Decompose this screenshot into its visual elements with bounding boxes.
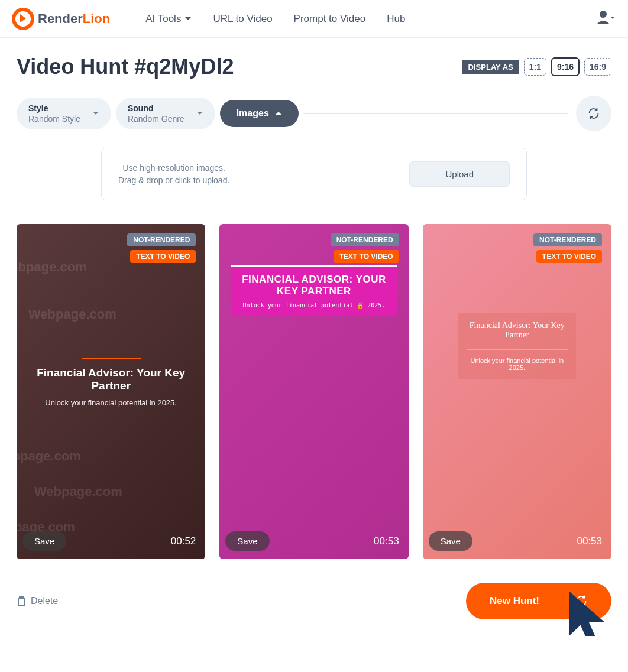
main: Video Hunt #q2MyDl2 DISPLAY AS 1:1 9:16 … [0, 38, 628, 636]
images-label: Images [237, 108, 269, 119]
logo[interactable]: RenderLion [12, 8, 110, 30]
card-preview-content: FINANCIAL ADVISOR: YOUR KEY PARTNER Unlo… [231, 265, 396, 316]
title-row: Video Hunt #q2MyDl2 DISPLAY AS 1:1 9:16 … [17, 54, 611, 79]
ratio-9-16[interactable]: 9:16 [551, 57, 580, 76]
card-badges: NOT-RENDERED TEXT TO VIDEO [331, 233, 399, 263]
video-card[interactable]: NOT-RENDERED TEXT TO VIDEO FINANCIAL ADV… [219, 224, 408, 559]
card-footer: Save 00:53 [429, 531, 602, 551]
watermark: Webpage.com [28, 307, 116, 322]
video-duration: 00:53 [374, 535, 399, 547]
status-badge: NOT-RENDERED [533, 233, 602, 246]
logo-text-render: Render [38, 11, 83, 26]
style-value: Random Style [28, 114, 80, 124]
nav-ai-tools[interactable]: AI Tools [145, 13, 192, 25]
chevron-down-icon [92, 111, 99, 116]
watermark: Webpage.com [17, 259, 87, 275]
chevron-up-icon [275, 111, 282, 116]
display-as-group: DISPLAY AS 1:1 9:16 16:9 [462, 57, 611, 76]
style-dropdown[interactable]: Style Random Style [17, 98, 111, 129]
user-icon [595, 9, 616, 26]
svg-point-0 [600, 11, 607, 18]
cursor-icon [564, 590, 617, 636]
chevron-down-icon [196, 111, 203, 116]
save-button[interactable]: Save [225, 531, 269, 551]
save-button[interactable]: Save [429, 531, 472, 551]
divider [303, 113, 568, 114]
video-grid: Webpage.com Webpage.com Webpage.com Webp… [17, 224, 611, 559]
video-card[interactable]: NOT-RENDERED TEXT TO VIDEO Financial Adv… [423, 224, 611, 559]
header: RenderLion AI Tools URL to Video Prompt … [0, 0, 628, 38]
ratio-1-1[interactable]: 1:1 [524, 58, 546, 76]
status-badge: NOT-RENDERED [331, 233, 399, 246]
chevron-down-icon [184, 17, 192, 21]
style-label: Style [28, 103, 80, 113]
delete-button[interactable]: Delete [17, 596, 58, 606]
nav-prompt-to-video[interactable]: Prompt to Video [294, 13, 366, 25]
new-hunt-button[interactable]: New Hunt! [466, 583, 611, 619]
sound-label: Sound [128, 103, 184, 113]
type-badge: TEXT TO VIDEO [334, 250, 399, 263]
refresh-button[interactable] [576, 96, 611, 131]
upload-box[interactable]: Use high-resolution images. Drag & drop … [101, 148, 527, 200]
video-card[interactable]: Webpage.com Webpage.com Webpage.com Webp… [17, 224, 205, 559]
trash-icon [17, 596, 26, 606]
watermark: Webpage.com [34, 484, 122, 499]
user-menu[interactable] [595, 9, 616, 28]
save-button[interactable]: Save [22, 531, 66, 551]
video-duration: 00:53 [577, 535, 602, 547]
sound-value: Random Genre [128, 114, 184, 124]
sound-dropdown[interactable]: Sound Random Genre [116, 98, 215, 129]
upload-instructions: Use high-resolution images. Drag & drop … [118, 162, 229, 187]
nav: AI Tools URL to Video Prompt to Video Hu… [145, 13, 405, 25]
card-preview-content: Financial Advisor: Your Key Partner Unlo… [458, 313, 576, 379]
upload-button[interactable]: Upload [409, 161, 510, 187]
logo-text-lion: Lion [83, 11, 110, 26]
type-badge: TEXT TO VIDEO [536, 250, 602, 263]
video-duration: 00:52 [171, 535, 196, 547]
nav-url-to-video[interactable]: URL to Video [213, 13, 272, 25]
card-preview-content: Financial Advisor: Your Key Partner Unlo… [17, 358, 205, 407]
card-footer: Save 00:52 [22, 531, 196, 551]
watermark: Webpage.com [17, 449, 81, 464]
refresh-icon [587, 107, 600, 120]
images-dropdown[interactable]: Images [220, 100, 299, 127]
nav-hub[interactable]: Hub [387, 13, 405, 25]
display-as-label: DISPLAY AS [462, 60, 519, 74]
status-badge: NOT-RENDERED [127, 233, 196, 246]
page-title: Video Hunt #q2MyDl2 [17, 54, 234, 79]
card-badges: NOT-RENDERED TEXT TO VIDEO [533, 233, 602, 263]
footer-row: Delete New Hunt! [17, 583, 611, 619]
refresh-icon [575, 595, 588, 608]
ratio-16-9[interactable]: 16:9 [584, 58, 611, 76]
filters-row: Style Random Style Sound Random Genre Im… [17, 96, 611, 131]
card-badges: NOT-RENDERED TEXT TO VIDEO [127, 233, 196, 263]
card-footer: Save 00:53 [225, 531, 399, 551]
type-badge: TEXT TO VIDEO [130, 250, 196, 263]
logo-icon [12, 8, 34, 30]
